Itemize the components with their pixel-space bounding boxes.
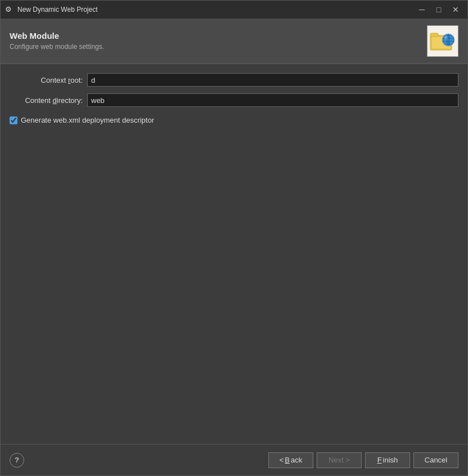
header-title: Web Module [10,31,104,41]
app-icon: ⚙ [5,5,14,14]
context-root-row: Context root: [10,73,458,87]
svg-point-9 [444,36,448,39]
content-directory-input[interactable] [87,93,458,107]
context-root-label: Context root: [10,76,83,84]
context-root-input[interactable] [87,73,458,87]
content-directory-row: Content directory: [10,93,458,107]
finish-button[interactable]: Finish [365,452,410,468]
help-button[interactable]: ? [10,453,24,468]
header-text: Web Module Configure web module settings… [10,31,104,51]
title-bar-left: ⚙ New Dynamic Web Project [5,5,98,14]
back-button[interactable]: < Back [268,452,313,468]
close-button[interactable]: ✕ [448,4,463,15]
svg-rect-1 [430,33,438,37]
content-directory-label: Content directory: [10,96,83,105]
generate-webxml-label[interactable]: Generate web.xml deployment descriptor [21,116,154,124]
generate-webxml-checkbox[interactable] [10,116,17,124]
title-bar: ⚙ New Dynamic Web Project ─ □ ✕ [1,1,467,19]
cancel-label: Cancel [425,456,447,464]
header-icon-box [427,25,458,57]
footer-buttons: < Back Next > Finish Cancel [268,452,458,468]
header-section: Web Module Configure web module settings… [1,19,467,64]
minimize-button[interactable]: ─ [415,4,429,15]
footer: ? < Back Next > Finish Cancel [1,444,467,475]
window: ⚙ New Dynamic Web Project ─ □ ✕ Web Modu… [0,0,468,476]
footer-left: ? [10,453,24,468]
title-bar-controls: ─ □ ✕ [415,4,463,15]
maximize-button[interactable]: □ [431,4,446,15]
window-title: New Dynamic Web Project [17,6,98,14]
checkbox-row: Generate web.xml deployment descriptor [10,116,458,124]
header-subtitle: Configure web module settings. [10,43,104,51]
finish-label: F [377,456,382,464]
content-area: Context root: Content directory: Generat… [1,64,467,444]
next-button[interactable]: Next > [317,452,362,468]
cancel-button[interactable]: Cancel [413,452,458,468]
folder-globe-icon [429,28,456,55]
back-label: B [285,456,290,464]
next-label: Next > [328,456,350,464]
